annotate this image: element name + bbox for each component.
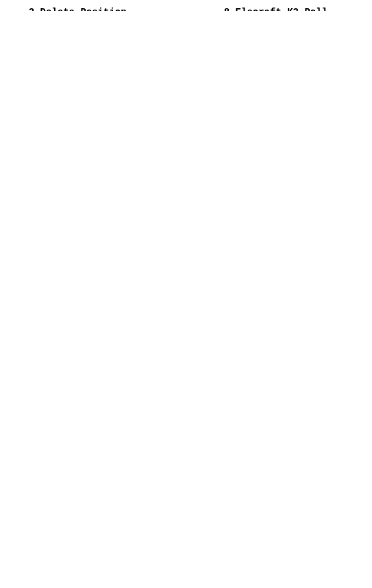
transceiver-type-list: 8 Elecraft K3 Poll 9 TenTec binary 10 Te… — [212, 7, 327, 11]
list-item: 3-Delete Position — [17, 7, 132, 11]
list-item: 8 Elecraft K3 Poll — [212, 7, 327, 11]
config-menu-list: 3-Delete Position 4-Clear All 5-Stepper … — [17, 7, 132, 11]
